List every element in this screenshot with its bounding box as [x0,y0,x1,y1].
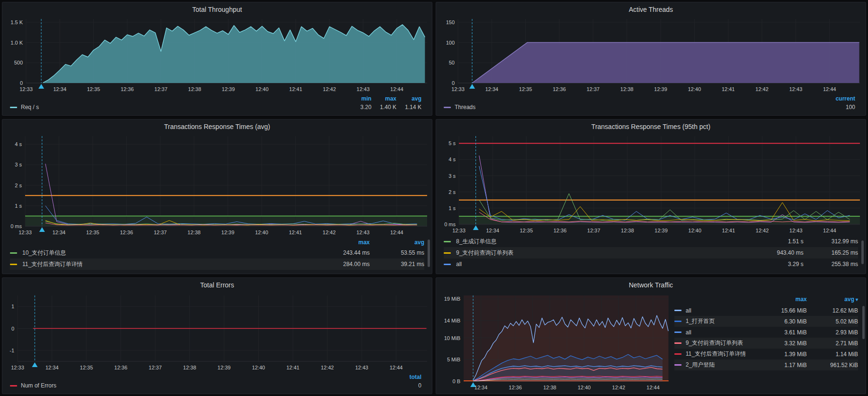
legend-scrollbar[interactable] [428,239,430,267]
svg-text:150: 150 [446,19,455,25]
svg-text:12:40: 12:40 [255,86,269,92]
legend-series-label[interactable]: 11_支付后查询订单详情 [22,260,299,268]
panel-rt-avg: Transactions Response Times (avg) 12:331… [2,119,432,274]
legend-avg-value: 165.25 ms [803,249,858,256]
svg-text:12:33: 12:33 [19,86,33,92]
legend-header-max[interactable]: max [759,296,807,303]
network-chart[interactable]: 12:3412:3612:3812:4012:4212:440 B5 MiB10… [436,290,672,394]
stat-header-min[interactable]: min [360,95,371,102]
legend-header-avg-sort[interactable]: avg▾ [807,296,858,303]
svg-text:12:39: 12:39 [654,228,668,233]
throughput-chart[interactable]: 12:3312:3412:3512:3612:3712:3812:3912:40… [2,14,432,94]
svg-text:50: 50 [449,60,455,65]
network-body: 12:3412:3612:3812:4012:4212:440 B5 MiB10… [436,290,866,394]
svg-text:12:38: 12:38 [543,385,557,390]
panel-title-network-traffic[interactable]: Network Traffic [436,278,866,290]
legend-row: 11_支付后查询订单详情 1.39 MiB 1.14 MiB [674,349,858,359]
svg-text:12:41: 12:41 [286,365,299,370]
svg-text:1 s: 1 s [448,205,456,211]
svg-text:0: 0 [11,326,14,332]
svg-text:12:42: 12:42 [756,228,769,233]
legend-scrollbar[interactable] [861,240,864,264]
errors-chart[interactable]: 12:3312:3412:3512:3612:3712:3812:3912:40… [2,290,432,373]
legend-series-label[interactable]: all [456,261,732,267]
svg-text:12:40: 12:40 [578,385,591,390]
svg-text:12:44: 12:44 [823,228,836,233]
stat-value-current: 100 [836,104,855,111]
svg-text:100: 100 [446,40,455,46]
svg-text:5 s: 5 s [448,140,456,146]
svg-text:12:37: 12:37 [149,365,162,370]
series-color-dash [10,385,17,387]
legend-header-avg[interactable]: avg [370,239,424,246]
svg-text:-1: -1 [9,348,14,353]
svg-text:12:36: 12:36 [120,230,133,235]
legend-max-value: 3.61 MiB [759,329,807,336]
legend-series-label[interactable]: 9_支付前查询订单列表 [686,339,759,347]
stat-header-avg[interactable]: avg [405,95,421,102]
svg-text:12:38: 12:38 [188,86,201,92]
svg-text:3 s: 3 s [15,162,22,167]
rt-avg-legend: max avg 10_支付订单信息 243.44 ms 53.55 ms 11_… [2,238,432,274]
legend-series-label[interactable]: 8_生成订单信息 [456,238,732,246]
svg-text:12:35: 12:35 [519,86,532,92]
svg-text:12:33: 12:33 [451,86,465,92]
svg-text:12:40: 12:40 [255,230,268,235]
svg-text:1 s: 1 s [15,203,22,209]
svg-text:0 ms: 0 ms [10,223,22,229]
svg-text:12:42: 12:42 [612,385,625,390]
panel-rt-95: Transactions Response Times (95th pct) 1… [436,119,866,274]
legend-avg-value: 12.62 MiB [807,307,858,314]
svg-text:12:34: 12:34 [52,230,65,235]
stat-value-total: 0 [410,382,421,389]
legend-header-max[interactable]: max [299,239,370,246]
rt-avg-chart[interactable]: 12:3312:3412:3512:3612:3712:3812:3912:40… [2,131,432,238]
legend-max-value: 1.39 MiB [759,351,807,358]
series-color-dash [10,107,17,108]
svg-text:12:36: 12:36 [553,228,567,233]
legend-series-label[interactable]: 2_用户登陆 [686,361,759,369]
panel-title-rt-95[interactable]: Transactions Response Times (95th pct) [436,120,866,131]
svg-text:12:37: 12:37 [154,230,167,235]
threads-chart[interactable]: 12:3312:3412:3512:3612:3712:3812:3912:40… [436,14,866,94]
svg-text:19 MiB: 19 MiB [444,296,460,302]
svg-text:12:42: 12:42 [323,86,336,92]
legend-row: 9_支付前查询订单列表 3.32 MiB 2.71 MiB [674,338,858,349]
legend-avg-value: 2.71 MiB [807,340,858,347]
stat-value-avg: 1.14 K [405,104,421,111]
legend-series-label[interactable]: 9_支付前查询订单列表 [456,249,732,257]
errors-legend: Num of Errors total 0 [2,373,432,394]
legend-series-label[interactable]: all [686,329,759,336]
stat-value-max: 1.40 K [380,104,397,111]
legend-series-label[interactable]: Req / s [21,104,39,111]
stat-header-current[interactable]: current [836,95,855,102]
legend-series-label[interactable]: Num of Errors [21,382,56,389]
panel-title-active-threads[interactable]: Active Threads [436,2,866,14]
panel-active-threads: Active Threads 12:3312:3412:3512:3612:37… [436,2,866,116]
legend-series-label[interactable]: 10_支付订单信息 [22,249,299,257]
svg-text:12:38: 12:38 [620,86,634,92]
legend-series-label[interactable]: all [686,307,759,314]
legend-max-value: 15.66 MiB [759,307,807,314]
panel-title-total-throughput[interactable]: Total Throughput [2,2,432,14]
legend-avg-value: 2.93 MiB [807,329,858,336]
grafana-dashboard: Total Throughput 12:3312:3412:3512:3612:… [0,0,868,396]
svg-text:3 s: 3 s [448,173,456,179]
svg-text:12:37: 12:37 [587,228,600,233]
svg-text:10 MiB: 10 MiB [444,335,460,341]
svg-text:12:34: 12:34 [485,86,498,92]
legend-series-label[interactable]: 1_打开首页 [686,317,759,325]
svg-text:12:43: 12:43 [789,228,803,233]
legend-series-label[interactable]: Threads [455,104,476,111]
legend-scrollbar[interactable] [862,306,865,339]
legend-avg-value: 5.02 MiB [807,318,858,325]
series-color-dash [674,310,681,311]
series-color-dash [444,252,451,254]
legend-series-label[interactable]: 11_支付后查询订单详情 [686,350,759,358]
stat-header-max[interactable]: max [380,95,397,102]
panel-title-rt-avg[interactable]: Transactions Response Times (avg) [2,120,432,131]
panel-title-total-errors[interactable]: Total Errors [2,278,432,290]
network-legend: max avg▾ all 15.66 MiB 12.62 MiB 1_打开首页 … [672,290,866,394]
stat-header-total[interactable]: total [410,374,421,380]
rt-95-chart[interactable]: 12:3312:3412:3512:3612:3712:3812:3912:40… [436,131,866,236]
